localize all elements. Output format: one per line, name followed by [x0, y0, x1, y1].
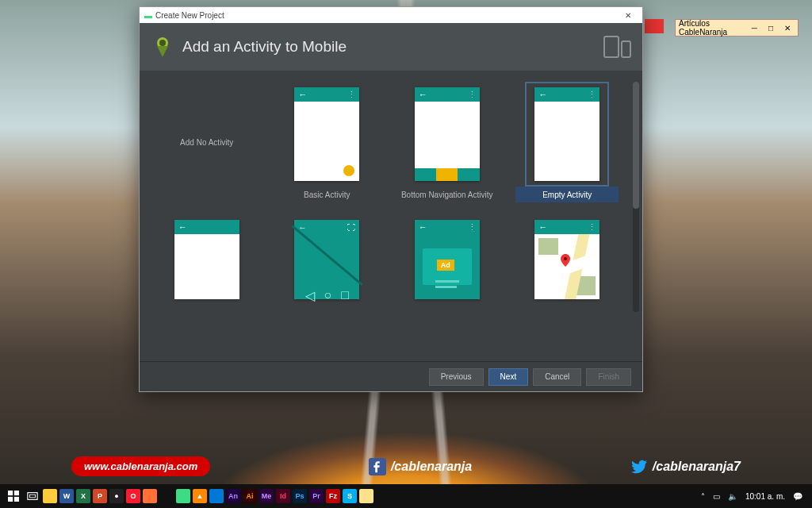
android-icon: ▬ [144, 11, 152, 20]
minimize-icon[interactable]: ─ [748, 24, 761, 33]
template-maps[interactable]: ←⋮ [511, 207, 624, 328]
finish-button[interactable]: Finish [586, 368, 631, 386]
svg-rect-7 [14, 497, 19, 502]
taskbar-app-vlc[interactable]: ▲ [193, 489, 207, 503]
taskbar-app-opera[interactable]: O [126, 489, 140, 503]
template-fullscreen[interactable]: ←⛶◁○□ [271, 207, 384, 328]
template-label: Bottom Navigation Activity [396, 187, 499, 202]
template-gallery: Add No Activity ←⋮ Basic Activity ←⋮ Bot… [140, 71, 642, 361]
dialog-titlebar[interactable]: ▬ Create New Project ✕ [140, 7, 642, 23]
taskbar-app-photoshop[interactable]: Ps [293, 489, 307, 503]
taskbar-app-skype[interactable]: S [343, 489, 357, 503]
notes-title: Artículos CableNaranja [679, 19, 741, 37]
notifications-icon[interactable]: 💬 [793, 492, 802, 501]
svg-rect-5 [14, 491, 19, 495]
template-add-no-activity[interactable]: Add No Activity [151, 82, 263, 202]
template-empty-activity[interactable]: ←⋮ Empty Activity [511, 82, 624, 202]
taskbar-app-illustrator[interactable]: Ai [243, 489, 257, 503]
background-window-tab[interactable] [645, 19, 664, 33]
facebook-icon [369, 458, 386, 475]
previous-button[interactable]: Previous [429, 368, 484, 386]
taskbar-app-word[interactable]: W [59, 489, 74, 503]
taskbar-app-explorer[interactable] [43, 489, 57, 503]
facebook-link[interactable]: /cablenaranja [369, 458, 472, 475]
taskbar-app-powerpoint[interactable]: P [93, 489, 107, 503]
taskbar-app-media-encoder[interactable]: Me [259, 489, 274, 503]
taskbar-app-android-studio[interactable] [176, 489, 190, 503]
twitter-link[interactable]: /cablenaranja7 [630, 458, 741, 475]
template-label: Add No Activity [180, 138, 233, 147]
taskbar-app-animate[interactable]: An [226, 489, 240, 503]
start-button[interactable] [5, 488, 22, 504]
template-label: Empty Activity [515, 187, 619, 202]
site-link[interactable]: www.cablenaranja.com [71, 456, 210, 476]
devices-icon [603, 36, 631, 58]
template-label [515, 312, 619, 328]
template-bottom-navigation[interactable]: ←⋮ Bottom Navigation Activity [391, 82, 504, 202]
template-label: Basic Activity [275, 187, 378, 202]
taskbar-app-filezilla[interactable]: Fz [326, 489, 340, 503]
notes-window[interactable]: Artículos CableNaranja ─ □ ✕ [675, 19, 799, 37]
close-icon[interactable]: ✕ [780, 24, 795, 33]
android-studio-logo-icon [151, 35, 174, 59]
taskbar-app-indesign[interactable]: Id [276, 489, 290, 503]
taskbar-app-chrome[interactable] [159, 489, 174, 503]
maximize-icon[interactable]: □ [764, 24, 777, 33]
create-project-dialog: ▬ Create New Project ✕ Add an Activity t… [139, 6, 643, 392]
svg-rect-8 [28, 493, 37, 500]
scrollbar[interactable] [633, 82, 639, 312]
dialog-title: Add an Activity to Mobile [182, 38, 347, 56]
svg-rect-9 [30, 495, 36, 498]
taskbar-app-notes[interactable] [359, 489, 373, 503]
template-label [155, 312, 259, 328]
volume-icon[interactable]: 🔈 [728, 492, 737, 501]
template-label [275, 312, 378, 328]
taskbar-app-premiere[interactable]: Pr [309, 489, 324, 503]
svg-point-1 [159, 40, 166, 46]
taskbar-app-excel[interactable]: X [76, 489, 90, 503]
template-basic-activity[interactable]: ←⋮ Basic Activity [271, 82, 384, 202]
dialog-window-title: Create New Project [155, 11, 224, 20]
next-button[interactable]: Next [488, 368, 529, 386]
task-view-icon[interactable] [25, 488, 40, 504]
dialog-close-icon[interactable]: ✕ [619, 10, 638, 21]
dialog-footer: Previous Next Cancel Finish [140, 361, 642, 391]
taskbar-app-firefox[interactable] [143, 489, 157, 503]
wallpaper-footer: www.cablenaranja.com /cablenaranja /cabl… [0, 456, 812, 476]
system-tray[interactable]: ˄ ▭ 🔈 10:01 a. m. 💬 [701, 492, 807, 501]
template-item[interactable]: ← [151, 207, 263, 328]
svg-point-2 [564, 257, 567, 260]
taskbar-app-obs[interactable]: ● [109, 489, 124, 503]
taskbar-app-vscode[interactable] [209, 489, 224, 503]
windows-taskbar[interactable]: WXP●O▲AnAiMeIdPsPrFzS ˄ ▭ 🔈 10:01 a. m. … [0, 484, 812, 508]
svg-rect-4 [8, 491, 13, 495]
twitter-icon [630, 458, 648, 475]
battery-icon[interactable]: ▭ [713, 492, 720, 501]
template-label [396, 312, 499, 328]
clock[interactable]: 10:01 a. m. [745, 492, 785, 501]
cancel-button[interactable]: Cancel [533, 368, 581, 386]
template-admob[interactable]: ←⋮Ad [391, 207, 504, 328]
tray-chevron-icon[interactable]: ˄ [701, 492, 705, 501]
dialog-header: Add an Activity to Mobile [140, 23, 642, 71]
svg-rect-6 [8, 497, 13, 502]
